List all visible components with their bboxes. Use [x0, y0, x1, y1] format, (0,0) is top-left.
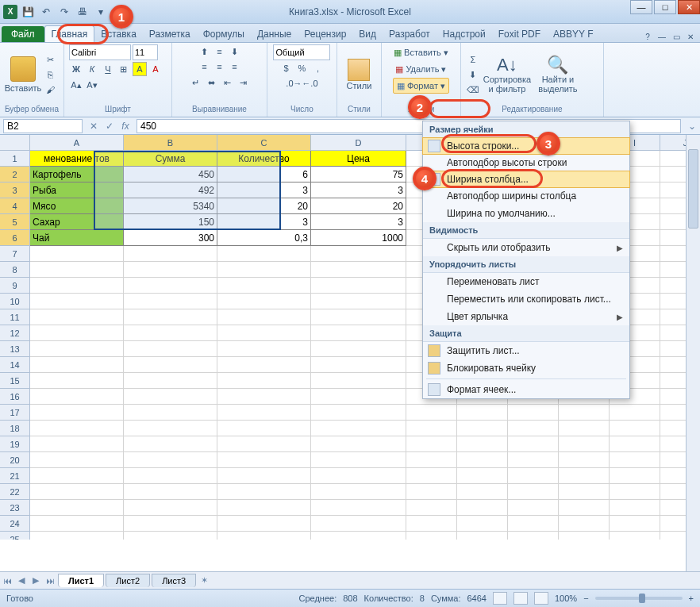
zoom-out-icon[interactable]: − — [583, 594, 588, 603]
sheet-tab-3[interactable]: Лист3 — [152, 574, 196, 587]
row-header-22[interactable]: 22 — [0, 484, 30, 500]
indent-inc-icon[interactable]: ⇥ — [236, 75, 250, 90]
cell[interactable] — [124, 484, 217, 500]
cell[interactable] — [30, 309, 124, 325]
align-right-icon[interactable]: ≡ — [227, 60, 241, 74]
cell[interactable]: 3 — [217, 182, 311, 198]
cell[interactable] — [610, 468, 660, 484]
format-painter-icon[interactable]: 🖌 — [43, 83, 57, 97]
dd-row-height[interactable]: Высота строки... — [422, 137, 630, 155]
cell[interactable] — [217, 421, 311, 436]
autosum-icon[interactable]: Σ — [466, 52, 480, 67]
cell[interactable] — [311, 532, 406, 540]
row-header-16[interactable]: 16 — [0, 389, 30, 405]
tab-formulas[interactable]: Формулы — [197, 26, 251, 42]
normal-view-icon[interactable] — [493, 592, 507, 605]
insert-cells-button[interactable]: ▦Вставить ▾ — [390, 44, 452, 60]
row-header-10[interactable]: 10 — [0, 294, 30, 309]
cell[interactable] — [124, 246, 217, 262]
cell[interactable] — [30, 452, 124, 468]
row-header-13[interactable]: 13 — [0, 341, 30, 357]
cell[interactable] — [559, 405, 610, 421]
shrink-font-icon[interactable]: A▾ — [85, 78, 99, 92]
comma-icon[interactable]: , — [310, 61, 325, 75]
prev-sheet-icon[interactable]: ◀ — [14, 574, 29, 588]
cell[interactable] — [30, 325, 124, 341]
cell[interactable] — [311, 389, 406, 405]
cell[interactable] — [124, 405, 217, 421]
cell[interactable] — [559, 468, 610, 484]
row-header-21[interactable]: 21 — [0, 468, 30, 484]
cell[interactable] — [559, 421, 610, 436]
cell[interactable] — [610, 532, 660, 540]
cell[interactable]: менование тов — [30, 151, 124, 167]
cell[interactable] — [124, 452, 217, 468]
tab-view[interactable]: Вид — [352, 26, 383, 42]
cell[interactable] — [508, 500, 559, 516]
row-header-2[interactable]: 2 — [0, 167, 30, 182]
tab-abbyy[interactable]: ABBYY F — [547, 26, 599, 42]
cell[interactable] — [406, 452, 457, 468]
cancel-formula-icon[interactable]: ✕ — [86, 119, 102, 133]
minimize-button[interactable]: — — [630, 0, 652, 14]
next-sheet-icon[interactable]: ▶ — [29, 574, 43, 588]
cell[interactable] — [508, 452, 559, 468]
cell[interactable]: 3 — [217, 214, 311, 230]
cell[interactable] — [457, 532, 508, 540]
cell[interactable] — [124, 325, 217, 341]
tab-home[interactable]: Главная — [44, 25, 95, 42]
cell[interactable] — [311, 246, 406, 262]
cell[interactable] — [457, 468, 508, 484]
copy-icon[interactable]: ⎘ — [43, 67, 57, 82]
cell[interactable]: 300 — [124, 230, 217, 246]
cell[interactable]: Картофель — [30, 167, 124, 182]
cell[interactable] — [217, 341, 311, 357]
cell[interactable] — [508, 532, 559, 540]
cell[interactable]: 3 — [311, 214, 406, 230]
expand-formula-icon[interactable]: ⌄ — [684, 119, 700, 133]
cell[interactable] — [124, 532, 217, 540]
col-header-C[interactable]: C — [217, 135, 311, 151]
cell[interactable] — [610, 421, 660, 436]
mdi-close-icon[interactable]: ✕ — [684, 31, 697, 42]
dd-format-cells[interactable]: Формат ячеек... — [423, 381, 629, 398]
cut-icon[interactable]: ✂ — [43, 52, 57, 67]
wrap-text-icon[interactable]: ↵ — [188, 75, 202, 90]
row-header-8[interactable]: 8 — [0, 262, 30, 278]
cell[interactable]: 0,3 — [217, 230, 311, 246]
dd-autofit-col[interactable]: Автоподбор ширины столбца — [423, 187, 629, 205]
tab-addins[interactable]: Надстрой — [437, 26, 492, 42]
cell[interactable] — [30, 262, 124, 278]
cell[interactable] — [217, 309, 311, 325]
currency-icon[interactable]: $ — [279, 61, 293, 75]
styles-button[interactable]: Стили — [342, 48, 376, 102]
cell[interactable] — [311, 405, 406, 421]
font-color-icon[interactable]: A — [148, 62, 163, 76]
bold-icon[interactable]: Ж — [69, 62, 83, 76]
cell[interactable] — [30, 421, 124, 436]
delete-cells-button[interactable]: ▦Удалить ▾ — [392, 61, 449, 77]
cell[interactable] — [217, 278, 311, 294]
cell[interactable] — [311, 421, 406, 436]
qat-customize-icon[interactable]: ▾ — [93, 4, 109, 20]
cell[interactable] — [124, 516, 217, 532]
cell[interactable]: 492 — [124, 182, 217, 198]
cell[interactable] — [457, 500, 508, 516]
cell[interactable] — [508, 421, 559, 436]
fill-icon[interactable]: ⬇ — [466, 67, 480, 82]
cell[interactable] — [217, 262, 311, 278]
cell[interactable] — [30, 405, 124, 421]
cell[interactable] — [311, 294, 406, 309]
col-header-A[interactable]: A — [30, 135, 124, 151]
col-header-D[interactable]: D — [311, 135, 406, 151]
cell[interactable] — [311, 278, 406, 294]
row-header-3[interactable]: 3 — [0, 182, 30, 198]
select-all-corner[interactable] — [0, 135, 30, 151]
cell[interactable] — [457, 405, 508, 421]
row-header-19[interactable]: 19 — [0, 436, 30, 452]
align-middle-icon[interactable]: ≡ — [212, 44, 226, 59]
cell[interactable] — [311, 500, 406, 516]
row-header-18[interactable]: 18 — [0, 421, 30, 436]
cell[interactable] — [124, 278, 217, 294]
cell[interactable]: 450 — [124, 167, 217, 182]
